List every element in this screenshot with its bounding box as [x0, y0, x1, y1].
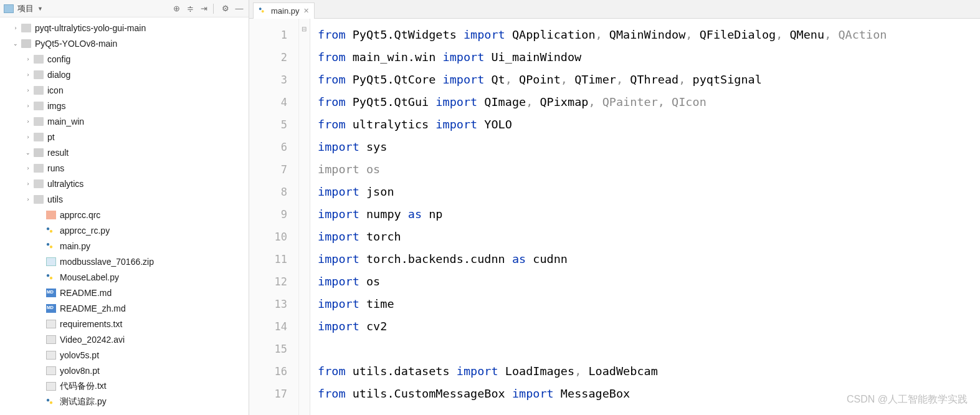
tree-item[interactable]: ›main_win — [0, 113, 249, 129]
line-number[interactable]: 5 — [249, 113, 287, 136]
close-icon[interactable]: ✕ — [303, 7, 309, 15]
fold-gutter[interactable]: ⊟ — [299, 19, 310, 415]
line-number[interactable]: 8 — [249, 181, 287, 203]
line-number[interactable]: 15 — [249, 338, 287, 360]
chevron-right-icon[interactable]: › — [25, 103, 31, 109]
code-line[interactable]: from PyQt5.QtGui import QImage, QPixmap,… — [318, 91, 980, 113]
chevron-right-icon[interactable]: › — [25, 87, 31, 93]
code-line[interactable]: import cv2 — [318, 315, 980, 338]
hide-icon[interactable]: — — [234, 3, 245, 14]
chevron-right-icon[interactable]: › — [25, 196, 31, 203]
locate-icon[interactable]: ⊕ — [171, 3, 182, 14]
tree-item[interactable]: ›utils — [0, 191, 249, 207]
chevron-down-icon[interactable]: ⌄ — [12, 41, 19, 47]
code-token: QPoint — [519, 73, 561, 86]
tree-item[interactable]: ·main.py — [0, 238, 249, 254]
folder-icon — [34, 148, 44, 157]
collapse-all-icon[interactable]: ⇥ — [198, 3, 209, 14]
fold-icon[interactable]: ⊟ — [300, 26, 308, 33]
code-line[interactable]: from utils.CustomMessageBox import Messa… — [318, 383, 980, 405]
code-token: import — [318, 275, 366, 288]
line-number[interactable]: 3 — [249, 69, 287, 91]
line-number-gutter[interactable]: 1234567891011121314151617 — [249, 19, 299, 415]
code-line[interactable]: import numpy as np — [318, 203, 980, 226]
tab-main-py[interactable]: main.py ✕ — [253, 2, 315, 19]
tree-item[interactable]: ›pt — [0, 129, 249, 145]
sidebar-title[interactable]: 项目 — [17, 3, 34, 14]
tree-item[interactable]: ·测试追踪.py — [0, 394, 249, 409]
tree-item[interactable]: ·requirements.txt — [0, 316, 249, 332]
code-token: from — [318, 387, 353, 400]
code-line[interactable]: import os — [318, 270, 980, 293]
chevron-right-icon[interactable]: › — [25, 134, 31, 140]
code-token: import — [318, 230, 366, 243]
tree-item[interactable]: ⌄result — [0, 145, 249, 160]
line-number[interactable]: 13 — [249, 293, 287, 315]
code-line[interactable]: import time — [318, 293, 980, 315]
chevron-right-icon[interactable]: › — [25, 56, 31, 62]
tree-item[interactable]: ·apprcc.qrc — [0, 207, 249, 222]
line-number[interactable]: 14 — [249, 315, 287, 338]
chevron-down-icon[interactable]: ⌄ — [25, 150, 31, 156]
chevron-right-icon[interactable]: › — [25, 181, 31, 187]
line-number[interactable]: 1 — [249, 24, 287, 46]
line-number[interactable]: 6 — [249, 136, 287, 158]
tree-item[interactable]: ›dialog — [0, 67, 249, 82]
code-line[interactable]: import json — [318, 181, 980, 203]
code-area[interactable]: from PyQt5.QtWidgets import QApplication… — [310, 19, 980, 415]
code-line[interactable]: import os — [318, 158, 980, 181]
tree-item[interactable]: ·yolov8n.pt — [0, 363, 249, 378]
line-number[interactable]: 17 — [249, 383, 287, 405]
tree-item-label: runs — [47, 163, 64, 173]
folder-icon — [34, 195, 44, 204]
chevron-down-icon[interactable]: ▼ — [37, 6, 43, 12]
code-line[interactable]: from PyQt5.QtCore import Qt, QPoint, QTi… — [318, 69, 980, 91]
tree-item[interactable]: ›config — [0, 51, 249, 67]
code-token: as — [512, 252, 533, 265]
tree-item-label: PyQt5-YOLOv8-main — [35, 39, 117, 49]
code-line[interactable]: from main_win.win import Ui_mainWindow — [318, 46, 980, 69]
code-line[interactable]: from utils.datasets import LoadImages, L… — [318, 360, 980, 383]
tree-item[interactable]: ›ultralytics — [0, 176, 249, 191]
tree-item[interactable]: ›imgs — [0, 98, 249, 113]
code-token: PyQt5.QtGui — [353, 95, 436, 108]
code-line[interactable]: from PyQt5.QtWidgets import QApplication… — [318, 24, 980, 46]
code-token: os — [366, 163, 380, 176]
code-token: from — [318, 365, 353, 378]
project-icon — [4, 4, 14, 13]
line-number[interactable]: 4 — [249, 91, 287, 113]
tree-item[interactable]: ·代码备份.txt — [0, 378, 249, 394]
code-token: as — [408, 208, 429, 221]
tree-item[interactable]: ›icon — [0, 82, 249, 98]
tree-item[interactable]: ›pyqt-ultralytics-yolo-gui-main — [0, 20, 249, 36]
tree-item[interactable]: ·modbusslave_70166.zip — [0, 254, 249, 269]
line-number[interactable]: 11 — [249, 248, 287, 270]
chevron-right-icon[interactable]: › — [25, 72, 31, 78]
tree-item[interactable]: ·README.md — [0, 285, 249, 300]
tree-item[interactable]: ⌄PyQt5-YOLOv8-main — [0, 36, 249, 51]
code-line[interactable]: import torch — [318, 226, 980, 248]
line-number[interactable]: 2 — [249, 46, 287, 69]
line-number[interactable]: 10 — [249, 226, 287, 248]
code-line[interactable]: from ultralytics import YOLO — [318, 113, 980, 136]
tree-item[interactable]: ·MouseLabel.py — [0, 269, 249, 285]
line-number[interactable]: 7 — [249, 158, 287, 181]
chevron-right-icon[interactable]: › — [25, 118, 31, 125]
tree-item[interactable]: ·yolov5s.pt — [0, 347, 249, 363]
gear-icon[interactable]: ⚙ — [220, 3, 231, 14]
code-line[interactable] — [318, 338, 980, 360]
line-number[interactable]: 16 — [249, 360, 287, 383]
code-line[interactable]: import sys — [318, 136, 980, 158]
tree-item[interactable]: ›runs — [0, 160, 249, 176]
code-line[interactable]: import torch.backends.cudnn as cudnn — [318, 248, 980, 270]
line-number[interactable]: 12 — [249, 270, 287, 293]
expand-all-icon[interactable]: ≑ — [184, 3, 196, 14]
chevron-right-icon[interactable]: › — [25, 165, 31, 171]
chevron-right-icon[interactable]: › — [12, 25, 19, 31]
tree-item[interactable]: ·Video_20242.avi — [0, 332, 249, 347]
tree-item[interactable]: ·README_zh.md — [0, 300, 249, 316]
line-number[interactable]: 9 — [249, 203, 287, 226]
tree-item-label: README.md — [60, 288, 112, 298]
project-tree[interactable]: ›pyqt-ultralytics-yolo-gui-main⌄PyQt5-YO… — [0, 17, 249, 415]
tree-item[interactable]: ·apprcc_rc.py — [0, 222, 249, 238]
